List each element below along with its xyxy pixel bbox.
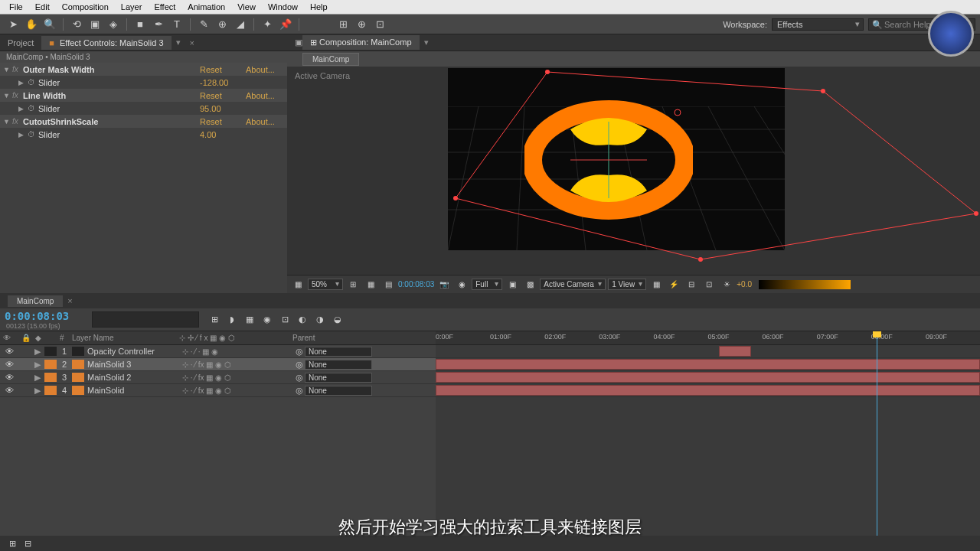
fx-icon[interactable]: fx	[12, 91, 23, 99]
twirl-icon[interactable]: ▶	[32, 360, 43, 370]
comp-sub-tab[interactable]: MainComp	[302, 53, 359, 66]
composition-tab[interactable]: ⊞ Composition: MainComp	[302, 35, 420, 50]
view-dropdown[interactable]: 1 View	[608, 279, 646, 290]
pen-tool-icon[interactable]: ✒	[150, 17, 167, 32]
workspace-dropdown[interactable]: Effects	[772, 18, 864, 31]
layer-color-swatch[interactable]	[44, 347, 57, 356]
effect-name[interactable]: Outer Mask Width	[23, 65, 200, 74]
ray-trace-icon[interactable]: ◒	[330, 313, 345, 327]
layer-name[interactable]: Opacity Controller	[86, 347, 182, 356]
layer-name[interactable]: MainSolid	[86, 386, 182, 395]
timeline-search-input[interactable]	[92, 311, 199, 328]
fx-icon[interactable]: fx	[12, 117, 23, 126]
track-row[interactable]	[436, 345, 980, 358]
effect-reset-link[interactable]: Reset	[200, 117, 246, 126]
pickwhip-icon[interactable]: ◎	[296, 386, 303, 396]
camera-dropdown[interactable]: Active Camera	[540, 279, 606, 290]
layer-row[interactable]: 👁▶3MainSolid 2⊹ · ∕ fx ▦ ◉ ⬡◎None	[0, 371, 436, 384]
track-area[interactable]: 0:00F01:00F02:00F03:00F04:00F05:00F06:00…	[436, 331, 980, 537]
layer-row[interactable]: 👁▶2MainSolid 3⊹ · ∕ fx ▦ ◉ ⬡◎None	[0, 358, 436, 371]
twirl-icon[interactable]: ▼	[3, 66, 12, 73]
twirl-icon[interactable]: ▶	[18, 105, 28, 112]
effect-controls-tab[interactable]: ■ Effect Controls: MainSolid 3	[41, 36, 171, 50]
selection-tool-icon[interactable]: ➤	[5, 17, 21, 32]
layer-switches[interactable]: ⊹ · ∕ fx ▦ ◉ ⬡	[182, 360, 296, 369]
menu-animation[interactable]: Animation	[181, 1, 231, 13]
layer-color-swatch[interactable]	[72, 347, 84, 356]
stopwatch-icon[interactable]: ⏱	[28, 104, 38, 112]
viewer-area[interactable]: Active Camera	[287, 67, 980, 275]
effect-reset-link[interactable]: Reset	[200, 91, 246, 100]
text-tool-icon[interactable]: T	[168, 17, 185, 32]
visibility-toggle-icon[interactable]: 👁	[0, 373, 18, 382]
parent-dropdown[interactable]: None	[305, 347, 372, 357]
twirl-icon[interactable]: ▼	[3, 92, 12, 99]
magnify-icon[interactable]: ▦	[290, 278, 305, 292]
twirl-icon[interactable]: ▶	[18, 79, 28, 86]
puppet-tool-icon[interactable]: 📌	[277, 17, 294, 32]
effect-about-link[interactable]: About...	[246, 91, 284, 100]
playhead-handle-icon[interactable]	[873, 331, 881, 337]
layer-bar[interactable]	[436, 359, 980, 370]
frame-blend-icon[interactable]: ▦	[242, 313, 257, 327]
menu-view[interactable]: View	[231, 1, 262, 13]
motion-blur-icon[interactable]: ◉	[260, 313, 275, 327]
timeline-tab[interactable]: MainComp	[8, 295, 63, 307]
resolution-icon[interactable]: ⊞	[345, 278, 361, 292]
layer-color-swatch[interactable]	[44, 360, 57, 369]
layer-row[interactable]: 👁▶1Opacity Controller⊹ · ∕ · ▦ ◉ ◎None	[0, 345, 436, 358]
stopwatch-icon[interactable]: ⏱	[28, 78, 38, 86]
twirl-icon[interactable]: ▶	[32, 347, 43, 357]
stopwatch-icon[interactable]: ⏱	[28, 130, 38, 139]
graph-editor-icon[interactable]: ⊡	[277, 313, 292, 327]
close-tab-icon[interactable]: ×	[185, 38, 199, 47]
time-ruler[interactable]: 0:00F01:00F02:00F03:00F04:00F05:00F06:00…	[436, 331, 980, 345]
zoom-dropdown[interactable]: 50%	[308, 279, 343, 290]
pickwhip-icon[interactable]: ◎	[296, 360, 303, 370]
layer-color-swatch[interactable]	[72, 386, 84, 395]
pickwhip-icon[interactable]: ◎	[296, 347, 303, 357]
menu-file[interactable]: File	[3, 1, 29, 13]
menu-effect[interactable]: Effect	[148, 1, 181, 13]
visibility-toggle-icon[interactable]: 👁	[0, 386, 18, 395]
layer-bar[interactable]	[719, 346, 752, 357]
layer-color-swatch[interactable]	[44, 386, 57, 395]
layer-switches[interactable]: ⊹ · ∕ fx ▦ ◉ ⬡	[182, 386, 296, 395]
visibility-toggle-icon[interactable]: 👁	[0, 347, 18, 356]
pan-behind-icon[interactable]: ◈	[105, 17, 122, 32]
playhead[interactable]	[877, 331, 877, 537]
hand-tool-icon[interactable]: ✋	[23, 17, 40, 32]
shy-icon[interactable]: ◗	[224, 313, 240, 327]
effect-name[interactable]: Line Width	[23, 91, 200, 100]
grid-icon[interactable]: ▦	[363, 278, 378, 292]
menu-window[interactable]: Window	[262, 1, 304, 13]
track-row[interactable]	[436, 384, 980, 397]
brush-tool-icon[interactable]: ✎	[195, 17, 212, 32]
fx-icon[interactable]: fx	[12, 65, 23, 73]
menu-composition[interactable]: Composition	[56, 1, 115, 13]
slider-value[interactable]: 4.00	[200, 130, 284, 139]
layer-name[interactable]: MainSolid 2	[86, 373, 182, 382]
parent-dropdown[interactable]: None	[305, 386, 372, 396]
comp-mini-icon[interactable]: ⊞	[207, 313, 222, 327]
twirl-icon[interactable]: ▶	[32, 373, 43, 383]
effect-name[interactable]: CutoutShrinkScale	[23, 117, 200, 126]
layer-color-swatch[interactable]	[72, 360, 84, 369]
resolution-dropdown[interactable]: Full	[472, 279, 502, 290]
mask-outline-icon[interactable]	[379, 60, 980, 305]
layer-bar[interactable]	[436, 385, 980, 396]
layer-switches[interactable]: ⊹ · ∕ · ▦ ◉	[182, 347, 296, 356]
parent-dropdown[interactable]: None	[305, 360, 372, 370]
slider-value[interactable]: -128.00	[200, 78, 284, 87]
menu-help[interactable]: Help	[304, 1, 334, 13]
panel-menu-icon[interactable]: ▾	[420, 37, 433, 47]
effect-about-link[interactable]: About...	[246, 65, 284, 74]
zoom-tool-icon[interactable]: 🔍	[41, 17, 58, 32]
slider-value[interactable]: 95.00	[200, 104, 284, 113]
rotate-tool-icon[interactable]: ⟲	[68, 17, 85, 32]
layer-color-swatch[interactable]	[44, 373, 57, 382]
visibility-toggle-icon[interactable]: 👁	[0, 360, 18, 369]
close-tab-icon[interactable]: ×	[63, 296, 77, 305]
timeline-timecode[interactable]: 0:00:08:03	[5, 310, 69, 322]
layer-color-swatch[interactable]	[72, 373, 84, 382]
